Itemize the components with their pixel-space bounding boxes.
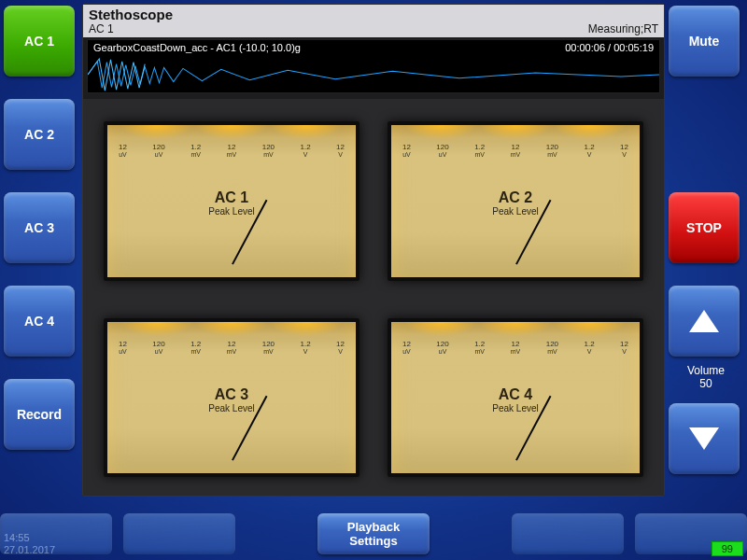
playback-settings-label: Playback Settings (347, 520, 400, 548)
volume-down-button[interactable] (669, 403, 740, 474)
gauge-scale-row: 12uV 120uV 1.2mV 12mV 120mV 1.2V 12V (113, 144, 350, 158)
gauge-subtitle: Peak Level (113, 206, 350, 217)
channel-button-ac1[interactable]: AC 1 (4, 6, 75, 77)
gauge-ac2: 12uV 120uV 1.2mV 12mV 120mV 1.2V 12V AC … (388, 121, 643, 281)
gauge-tick-arc (397, 357, 634, 381)
bottom-slot-2[interactable] (123, 513, 235, 554)
record-button[interactable]: Record (4, 379, 75, 450)
header-channel-label: AC 1 (89, 22, 114, 35)
channel-button-ac4[interactable]: AC 4 (4, 286, 75, 357)
gauge-ac1: 12uV 120uV 1.2mV 12mV 120mV 1.2V 12V AC … (104, 121, 359, 281)
playback-settings-button[interactable]: Playback Settings (317, 513, 430, 554)
gauge-title: AC 3 (113, 386, 350, 403)
gauge-subtitle: Peak Level (397, 206, 634, 217)
gauge-ac4: 12uV 120uV 1.2mV 12mV 120mV 1.2V 12V AC … (388, 318, 643, 478)
waveform-svg (88, 57, 659, 92)
header-mode-status: Measuring;RT (588, 22, 658, 35)
channel-button-ac3[interactable]: AC 3 (4, 192, 75, 263)
waveform-time-position: 00:00:06 / 00:05:19 (565, 42, 654, 53)
right-button-column: Mute STOP Volume 50 (669, 6, 743, 474)
center-panel: Stethoscope AC 1 Measuring;RT GearboxCoa… (82, 4, 665, 497)
stop-button[interactable]: STOP (669, 192, 740, 263)
gauge-tick-arc (113, 357, 350, 381)
gauge-scale-row: 12uV 120uV 1.2mV 12mV 120mV 1.2V 12V (113, 341, 350, 355)
gauge-scale-row: 12uV 120uV 1.2mV 12mV 120mV 1.2V 12V (397, 341, 634, 355)
meter-grid: 12uV 120uV 1.2mV 12mV 120mV 1.2V 12V AC … (83, 99, 664, 496)
gauge-title: AC 4 (397, 386, 634, 403)
gauge-ac3: 12uV 120uV 1.2mV 12mV 120mV 1.2V 12V AC … (104, 318, 359, 478)
header-strip: Stethoscope AC 1 Measuring;RT (83, 5, 664, 37)
bottom-slot-1[interactable] (0, 513, 112, 554)
arrow-up-icon (689, 310, 719, 332)
waveform-file-label: GearboxCoastDown_acc - AC1 (-10.0; 10.0)… (93, 42, 301, 53)
right-spacer (669, 99, 743, 170)
volume-up-button[interactable] (669, 286, 740, 357)
bottom-bar: 14:55 27.01.2017 Playback Settings 99 (0, 500, 747, 560)
left-button-column: AC 1 AC 2 AC 3 AC 4 Record (4, 6, 78, 450)
waveform-canvas[interactable] (88, 57, 659, 92)
bottom-slot-4[interactable] (512, 513, 624, 554)
volume-readout: Volume 50 (669, 364, 743, 390)
gauge-tick-arc (397, 160, 634, 184)
gauge-title: AC 1 (113, 189, 350, 206)
arrow-down-icon (689, 427, 719, 450)
mute-button[interactable]: Mute (669, 6, 740, 77)
gauge-title: AC 2 (397, 189, 634, 206)
app-title: Stethoscope (89, 7, 173, 22)
gauge-tick-arc (113, 160, 350, 184)
volume-label-text: Volume (687, 364, 725, 377)
channel-button-ac2[interactable]: AC 2 (4, 99, 75, 170)
waveform-panel: GearboxCoastDown_acc - AC1 (-10.0; 10.0)… (87, 39, 660, 93)
volume-value-text: 50 (699, 377, 712, 390)
battery-indicator: 99 (712, 541, 743, 556)
gauge-scale-row: 12uV 120uV 1.2mV 12mV 120mV 1.2V 12V (397, 144, 634, 158)
gauge-subtitle: Peak Level (397, 403, 634, 413)
gauge-subtitle: Peak Level (113, 403, 350, 413)
